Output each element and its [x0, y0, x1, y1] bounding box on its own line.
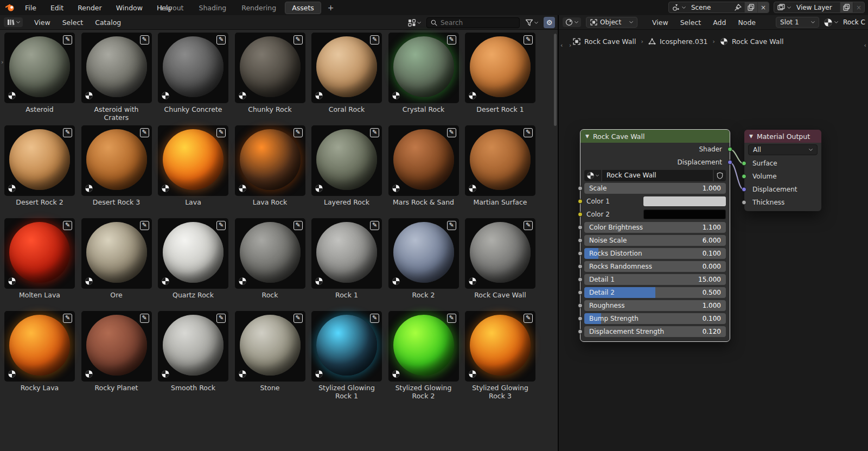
asset-tile[interactable]: ✎ Lava Rock	[235, 125, 305, 218]
asset-thumbnail[interactable]: ✎	[81, 33, 152, 103]
asset-tile[interactable]: ✎ Stylized Glowing Rock 2	[388, 311, 459, 404]
asset-thumbnail[interactable]: ✎	[4, 311, 75, 382]
tab-rendering[interactable]: Rendering	[235, 2, 283, 14]
scene-name[interactable]: Scene	[689, 4, 735, 11]
asset-thumbnail[interactable]: ✎	[158, 125, 228, 196]
view-layer-browse-button[interactable]	[774, 2, 794, 12]
asset-thumbnail[interactable]: ✎	[311, 125, 382, 196]
asset-tile[interactable]: ✎ Stylized Glowing Rock 1	[311, 311, 382, 404]
input-slider[interactable]: Color Brightness 1.100	[584, 222, 726, 233]
asset-thumbnail[interactable]: ✎	[388, 218, 459, 289]
asset-settings-button[interactable]: ⚙	[544, 17, 555, 28]
editor-type-button[interactable]	[563, 17, 581, 27]
input-socket[interactable]	[578, 238, 583, 243]
tab-assets[interactable]: Assets	[285, 2, 321, 14]
asset-tile[interactable]: ✎ Molten Lava	[4, 218, 75, 311]
asset-tile[interactable]: ✎ Martian Surface	[465, 125, 535, 218]
scrollbar[interactable]	[554, 34, 557, 126]
asset-thumbnail[interactable]: ✎	[4, 33, 75, 103]
input-slider[interactable]: Detail 1 15.000	[584, 274, 726, 285]
se-menu-select[interactable]: Select	[674, 16, 707, 29]
menu-window[interactable]: Window	[109, 1, 150, 15]
asset-thumbnail[interactable]: ✎	[388, 33, 459, 103]
material-selector[interactable]: Rock C	[824, 18, 865, 27]
filter-button[interactable]	[524, 18, 540, 28]
input-socket[interactable]	[578, 212, 583, 217]
se-menu-view[interactable]: View	[646, 16, 674, 29]
output-socket[interactable]	[727, 147, 732, 152]
fake-user-button[interactable]	[714, 170, 726, 181]
input-socket[interactable]	[578, 199, 583, 204]
ab-menu-view[interactable]: View	[28, 16, 56, 29]
input-socket[interactable]	[742, 174, 746, 179]
input-socket[interactable]	[578, 303, 583, 308]
ab-menu-catalog[interactable]: Catalog	[89, 16, 127, 29]
asset-thumbnail[interactable]: ✎	[235, 125, 305, 196]
asset-thumbnail[interactable]: ✎	[81, 218, 152, 289]
asset-thumbnail[interactable]: ✎	[388, 125, 459, 196]
slot-dropdown[interactable]: Slot 1	[776, 17, 819, 28]
color-swatch[interactable]	[643, 209, 726, 219]
asset-tile[interactable]: ✎ Lava	[158, 125, 228, 218]
menu-file[interactable]: File	[18, 1, 43, 15]
asset-thumbnail[interactable]: ✎	[158, 33, 228, 103]
output-socket[interactable]	[727, 160, 732, 165]
add-workspace-button[interactable]: +	[323, 2, 339, 13]
asset-thumbnail[interactable]: ✎	[311, 311, 382, 382]
asset-tile[interactable]: ✎ Desert Rock 1	[465, 33, 535, 125]
asset-tile[interactable]: ✎ Asteroid with Craters	[81, 33, 152, 125]
material-name-field[interactable]: Rock C	[840, 18, 865, 26]
asset-thumbnail[interactable]: ✎	[235, 33, 305, 103]
node-material-browse-button[interactable]	[584, 170, 601, 181]
pin-icon[interactable]	[735, 4, 744, 11]
asset-thumbnail[interactable]: ✎	[4, 125, 75, 196]
region-collapse-arrow-right[interactable]: ‹	[864, 42, 866, 49]
asset-thumbnail[interactable]: ✎	[465, 33, 535, 103]
asset-tile[interactable]: ✎ Rocky Planet	[81, 311, 152, 404]
asset-thumbnail[interactable]: ✎	[158, 218, 228, 289]
asset-thumbnail[interactable]: ✎	[4, 218, 75, 289]
region-collapse-arrows[interactable]: ‹ ›	[560, 42, 573, 49]
asset-thumbnail[interactable]: ✎	[158, 311, 228, 382]
asset-tile[interactable]: ✎ Desert Rock 2	[4, 125, 75, 218]
input-socket[interactable]	[578, 186, 583, 191]
material-output-node[interactable]: ▼ Material Output All Surface Volume Dis…	[744, 130, 821, 211]
input-slider[interactable]: Noise Scale 6.000	[584, 235, 726, 246]
asset-thumbnail[interactable]: ✎	[388, 311, 459, 382]
asset-tile[interactable]: ✎ Rock	[235, 218, 305, 311]
node-canvas[interactable]: ‹ › ‹ Rock Cave Wall › Icosphere.031 › R…	[559, 30, 868, 451]
input-slider[interactable]: Rocks Randomness 0.000	[584, 261, 726, 272]
collapse-icon[interactable]: ▼	[585, 134, 589, 139]
tab-shading[interactable]: Shading	[193, 2, 233, 14]
input-socket[interactable]	[742, 200, 746, 205]
input-socket[interactable]	[742, 187, 746, 192]
input-socket[interactable]	[578, 264, 583, 269]
blender-logo-icon[interactable]	[5, 4, 15, 12]
asset-thumbnail[interactable]: ✎	[465, 218, 535, 289]
asset-tile[interactable]: ✎ Coral Rock	[311, 33, 382, 125]
asset-tile[interactable]: ✎ Chunky Rock	[235, 33, 305, 125]
asset-tile[interactable]: ✎ Rock Cave Wall	[465, 218, 535, 311]
asset-thumbnail[interactable]: ✎	[311, 33, 382, 103]
view-layer-name[interactable]: View Layer	[794, 4, 840, 11]
input-slider[interactable]: Bump Strength 0.100	[584, 313, 726, 324]
asset-tile[interactable]: ✎ Quartz Rock	[158, 218, 228, 311]
input-socket[interactable]	[742, 161, 746, 166]
view-layer-new-button[interactable]	[840, 2, 853, 12]
menu-edit[interactable]: Edit	[43, 1, 71, 15]
input-slider[interactable]: Detail 2 0.500	[584, 287, 726, 298]
asset-tile[interactable]: ✎ Chunky Concrete	[158, 33, 228, 125]
scene-new-button[interactable]	[744, 2, 757, 12]
region-expand-arrow[interactable]: ›	[1, 59, 3, 66]
asset-thumbnail[interactable]: ✎	[465, 311, 535, 382]
asset-tile[interactable]: ✎ Layered Rock	[311, 125, 382, 218]
node-material-name[interactable]: Rock Cave Wall	[602, 170, 713, 181]
asset-tile[interactable]: ✎ Mars Rock & Sand	[388, 125, 459, 218]
asset-thumbnail[interactable]: ✎	[235, 311, 305, 382]
se-menu-add[interactable]: Add	[707, 16, 732, 29]
group-node-header[interactable]: ▼ Rock Cave Wall	[580, 130, 730, 143]
scene-browse-button[interactable]	[669, 2, 689, 12]
asset-tile[interactable]: ✎ Smooth Rock	[158, 311, 228, 404]
asset-tile[interactable]: ✎ Stone	[235, 311, 305, 404]
input-slider[interactable]: Scale 1.000	[584, 183, 726, 194]
